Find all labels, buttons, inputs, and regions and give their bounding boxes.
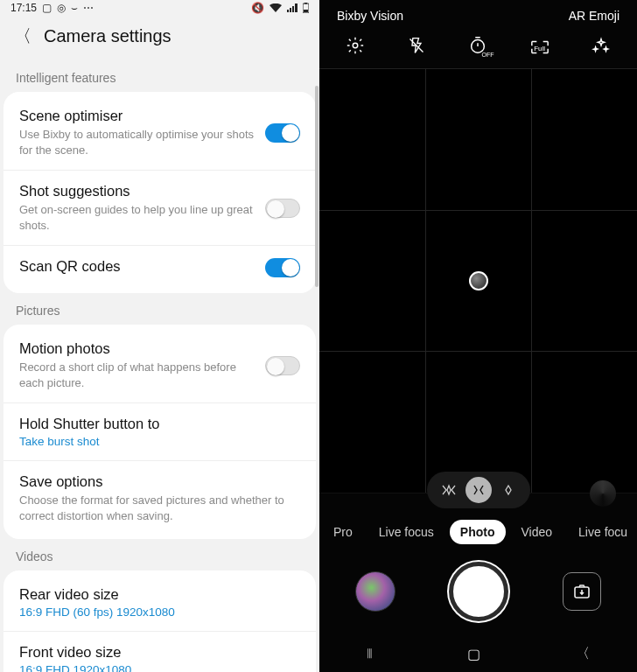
scrollbar-thumb[interactable] — [315, 86, 318, 287]
svg-rect-2 — [304, 10, 308, 12]
mode-video[interactable]: Video — [511, 520, 564, 544]
row-shot-suggestions[interactable]: Shot suggestions Get on-screen guides to… — [4, 170, 316, 245]
save-sub: Choose the format for saved pictures and… — [19, 493, 291, 523]
shot-sub: Get on-screen guides to help you line up… — [19, 202, 256, 233]
camera-top-links: Bixby Vision AR Emoji — [319, 0, 637, 28]
nav-home-icon[interactable]: ▢ — [467, 646, 480, 662]
ratio-full-icon[interactable]: Full — [528, 33, 552, 58]
wifi-icon — [270, 4, 282, 12]
row-motion-photos[interactable]: Motion photos Record a short clip of wha… — [4, 328, 316, 402]
switch-camera-button[interactable] — [563, 572, 601, 611]
camera-toolbar: OFF Full — [319, 28, 637, 68]
motion-title: Motion photos — [19, 340, 256, 357]
pictures-card: Motion photos Record a short clip of wha… — [4, 325, 316, 539]
viewfinder[interactable] — [319, 68, 637, 494]
nav-bar-camera: ⦀ ▢ 〈 — [319, 635, 637, 672]
back-icon[interactable]: 〈 — [14, 24, 32, 48]
more-icon: ⋯ — [83, 2, 94, 14]
timer-off-icon[interactable]: OFF — [466, 33, 490, 58]
mute-icon: 🔇 — [251, 2, 264, 14]
header: 〈 Camera settings — [0, 14, 319, 60]
zoom-panel — [427, 472, 530, 508]
instagram-icon: ◎ — [57, 2, 66, 14]
row-hold-shutter[interactable]: Hold Shutter button to Take burst shot — [4, 402, 316, 460]
section-intelligent-label: Intelligent features — [0, 60, 319, 92]
front-title: Front video size — [19, 644, 291, 661]
camera-controls — [319, 553, 637, 635]
row-rear-video[interactable]: Rear video size 16:9 FHD (60 fps) 1920x1… — [4, 574, 316, 631]
toggle-qr-codes[interactable] — [265, 258, 300, 277]
zoom-ultrawide-icon[interactable] — [436, 477, 462, 503]
qr-title: Scan QR codes — [19, 258, 256, 275]
section-pictures-label: Pictures — [0, 293, 319, 325]
battery-icon — [303, 3, 309, 13]
toggle-motion-photos[interactable] — [265, 356, 300, 375]
gear-icon[interactable] — [343, 33, 368, 58]
signal-icon — [287, 4, 298, 12]
front-value: 16:9 FHD 1920x1080 — [19, 663, 291, 672]
nav-recents-icon[interactable]: ⦀ — [367, 646, 373, 662]
section-videos-label: Videos — [0, 539, 319, 570]
hold-title: Hold Shutter button to — [19, 416, 291, 432]
flash-off-icon[interactable] — [404, 33, 429, 58]
filters-icon[interactable] — [589, 33, 613, 58]
scene-sub: Use Bixby to automatically optimise your… — [19, 127, 256, 158]
row-save-options[interactable]: Save options Choose the format for saved… — [4, 460, 316, 536]
save-title: Save options — [19, 473, 291, 490]
scene-title: Scene optimiser — [19, 108, 256, 124]
toggle-scene-optimiser[interactable] — [265, 123, 300, 143]
gallery-thumbnail[interactable] — [355, 571, 396, 612]
status-bar: 17:15 ▢ ◎ ⌣ ⋯ 🔇 — [0, 0, 319, 14]
rear-title: Rear video size — [19, 586, 291, 603]
zoom-wide-icon[interactable] — [466, 477, 492, 503]
ar-emoji-link[interactable]: AR Emoji — [569, 9, 620, 23]
rear-value: 16:9 FHD (60 fps) 1920x1080 — [19, 606, 291, 619]
page-title: Camera settings — [44, 26, 172, 46]
mode-pro[interactable]: Pro — [323, 520, 363, 544]
focus-indicator — [469, 271, 488, 290]
videos-card: Rear video size 16:9 FHD (60 fps) 1920x1… — [4, 570, 316, 672]
app-icon: ⌣ — [71, 2, 78, 14]
hold-value: Take burst shot — [19, 435, 291, 448]
toggle-shot-suggestions[interactable] — [265, 199, 300, 218]
motion-sub: Record a short clip of what happens befo… — [19, 360, 256, 390]
svg-rect-1 — [304, 3, 307, 4]
mode-live-focus-video[interactable]: Live focu — [568, 520, 637, 544]
zoom-tele-icon[interactable] — [495, 477, 522, 503]
mode-live-focus[interactable]: Live focus — [368, 520, 444, 544]
intelligent-card: Scene optimiser Use Bixby to automatical… — [4, 92, 316, 293]
row-qr-codes[interactable]: Scan QR codes — [4, 245, 316, 290]
ratio-label: Full — [534, 45, 545, 52]
nav-back-icon[interactable]: 〈 — [576, 645, 590, 663]
mode-photo[interactable]: Photo — [450, 520, 506, 544]
last-filter-icon[interactable] — [590, 480, 616, 507]
shutter-button[interactable] — [449, 562, 508, 621]
row-scene-optimiser[interactable]: Scene optimiser Use Bixby to automatical… — [4, 95, 316, 170]
svg-point-3 — [353, 43, 358, 48]
shot-title: Shot suggestions — [19, 183, 256, 200]
row-front-video[interactable]: Front video size 16:9 FHD 1920x1080 — [4, 631, 316, 672]
gallery-icon: ▢ — [42, 2, 52, 14]
bixby-vision-link[interactable]: Bixby Vision — [337, 9, 403, 23]
status-time: 17:15 — [10, 2, 37, 14]
